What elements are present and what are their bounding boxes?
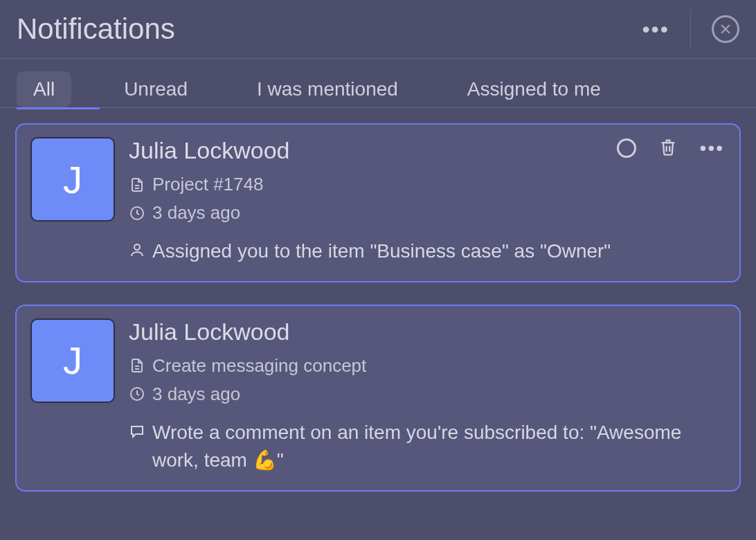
message-text: Assigned you to the item "Business case"… <box>152 237 611 266</box>
notifications-list: J Julia Lockwood Project #1748 3 days ag… <box>0 108 756 507</box>
card-more-button[interactable]: ••• <box>700 143 724 153</box>
context-label: Project #1748 <box>152 174 263 195</box>
notification-card[interactable]: J Julia Lockwood Project #1748 3 days ag… <box>15 123 741 282</box>
time-label: 3 days ago <box>152 202 240 224</box>
close-button[interactable] <box>712 15 739 43</box>
notification-body: Julia Lockwood Create messaging concept … <box>129 318 726 475</box>
header-actions: ••• <box>642 10 739 48</box>
panel-header: Notifications ••• <box>0 0 756 58</box>
message-row: Wrote a comment on an item you're subscr… <box>129 419 726 475</box>
sender-name: Julia Lockwood <box>129 318 726 345</box>
person-icon <box>129 242 145 258</box>
notification-card[interactable]: J Julia Lockwood Create messaging concep… <box>15 305 741 492</box>
tab-all[interactable]: All <box>17 71 71 107</box>
avatar: J <box>30 137 115 222</box>
tab-mentioned[interactable]: I was mentioned <box>240 71 415 107</box>
card-actions: ••• <box>617 137 724 159</box>
trash-icon <box>658 137 678 156</box>
tab-assigned[interactable]: Assigned to me <box>451 71 618 107</box>
delete-button[interactable] <box>658 137 678 159</box>
active-tab-underline <box>17 107 100 109</box>
clock-icon <box>129 205 145 222</box>
message-text: Wrote a comment on an item you're subscr… <box>152 419 726 475</box>
clock-icon <box>129 386 145 402</box>
mark-read-button[interactable] <box>617 138 636 158</box>
avatar: J <box>30 318 115 403</box>
svg-point-5 <box>134 244 140 250</box>
tabs-bar: All Unread I was mentioned Assigned to m… <box>0 59 756 107</box>
time-row: 3 days ago <box>129 202 726 224</box>
time-label: 3 days ago <box>152 384 240 405</box>
context-label: Create messaging concept <box>152 355 366 377</box>
context-row: Create messaging concept <box>129 355 726 377</box>
context-row: Project #1748 <box>129 174 726 195</box>
document-icon <box>129 177 145 193</box>
header-divider <box>690 10 691 48</box>
document-icon <box>129 357 145 374</box>
page-title: Notifications <box>17 12 175 46</box>
message-row: Assigned you to the item "Business case"… <box>129 237 726 266</box>
header-more-icon[interactable]: ••• <box>642 18 669 40</box>
circle-icon <box>617 138 636 158</box>
comment-icon <box>129 423 145 440</box>
time-row: 3 days ago <box>129 384 726 405</box>
close-icon <box>719 23 732 35</box>
tab-unread[interactable]: Unread <box>107 71 204 107</box>
